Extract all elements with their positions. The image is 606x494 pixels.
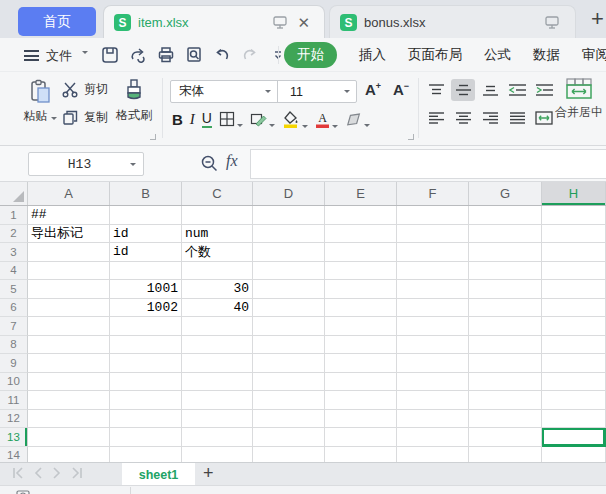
cell-H13[interactable]	[542, 428, 606, 447]
cell-B3[interactable]: id	[110, 243, 182, 262]
group-expander-icon[interactable]	[150, 134, 156, 140]
cell-A8[interactable]	[28, 336, 110, 355]
font-color-button[interactable]: A	[315, 111, 338, 128]
cell-F8[interactable]	[397, 336, 469, 355]
cell-A9[interactable]	[28, 354, 110, 373]
row-header-2[interactable]: 2	[0, 225, 28, 244]
undo-button[interactable]	[212, 45, 232, 65]
col-header-C[interactable]: C	[182, 182, 253, 205]
col-header-G[interactable]: G	[469, 182, 542, 205]
cell-G4[interactable]	[469, 262, 542, 281]
cell-G7[interactable]	[469, 317, 542, 336]
italic-button[interactable]: I	[190, 111, 195, 128]
cell-B5[interactable]: 1001	[110, 280, 182, 299]
row-header-10[interactable]: 10	[0, 373, 28, 392]
cell-C14[interactable]	[182, 447, 253, 463]
sheet-tab-sheet1[interactable]: sheet1	[122, 463, 195, 486]
col-header-A[interactable]: A	[28, 182, 110, 205]
cell-H10[interactable]	[542, 373, 606, 392]
cell-E2[interactable]	[325, 225, 397, 244]
cell-A1[interactable]: ##	[28, 206, 110, 225]
cell-A2[interactable]: 导出标记	[28, 225, 110, 244]
cell-D12[interactable]	[253, 410, 325, 429]
underline-button[interactable]: U	[202, 111, 212, 128]
decrease-font-button[interactable]: A−	[393, 81, 409, 98]
cell-H9[interactable]	[542, 354, 606, 373]
cell-A6[interactable]	[28, 299, 110, 318]
file-tab-item[interactable]: S item.xlsx ✕	[103, 5, 325, 39]
cell-D8[interactable]	[253, 336, 325, 355]
cell-C6[interactable]: 40	[182, 299, 253, 318]
cell-H11[interactable]	[542, 391, 606, 410]
row-header-7[interactable]: 7	[0, 317, 28, 336]
ribbon-tab-3[interactable]: 公式	[484, 46, 511, 64]
cell-C7[interactable]	[182, 317, 253, 336]
cell-B13[interactable]	[110, 428, 182, 447]
font-name-select[interactable]: 宋体	[171, 83, 261, 100]
cell-H8[interactable]	[542, 336, 606, 355]
cell-E8[interactable]	[325, 336, 397, 355]
merge-center-button[interactable]: 合并居中	[552, 78, 606, 121]
row-header-3[interactable]: 3	[0, 243, 28, 262]
paste-button[interactable]: 粘贴	[22, 79, 58, 125]
cell-D4[interactable]	[253, 262, 325, 281]
cell-D11[interactable]	[253, 391, 325, 410]
cut-button[interactable]: 剪切	[62, 81, 108, 98]
add-sheet-button[interactable]: +	[203, 463, 214, 484]
row-header-11[interactable]: 11	[0, 391, 28, 410]
cell-H5[interactable]	[542, 280, 606, 299]
prev-sheet-button[interactable]	[33, 466, 43, 480]
cell-G1[interactable]	[469, 206, 542, 225]
cell-A7[interactable]	[28, 317, 110, 336]
cell-D3[interactable]	[253, 243, 325, 262]
row-header-12[interactable]: 12	[0, 410, 28, 429]
font-name-caret-icon[interactable]	[265, 90, 271, 93]
font-size-caret-icon[interactable]	[344, 90, 350, 93]
cell-E12[interactable]	[325, 410, 397, 429]
row-header-4[interactable]: 4	[0, 262, 28, 281]
cell-G13[interactable]	[469, 428, 542, 447]
cell-E3[interactable]	[325, 243, 397, 262]
formula-input[interactable]	[250, 149, 606, 179]
col-header-D[interactable]: D	[253, 182, 325, 205]
cell-C10[interactable]	[182, 373, 253, 392]
cell-G5[interactable]	[469, 280, 542, 299]
cell-H14[interactable]	[542, 447, 606, 463]
group-expander-icon[interactable]	[408, 134, 414, 140]
cell-G6[interactable]	[469, 299, 542, 318]
close-tab-icon[interactable]: ✕	[293, 14, 314, 32]
file-menu[interactable]: 文件	[46, 47, 72, 65]
cell-G3[interactable]	[469, 243, 542, 262]
cell-F3[interactable]	[397, 243, 469, 262]
cell-G11[interactable]	[469, 391, 542, 410]
cell-E11[interactable]	[325, 391, 397, 410]
cell-A13[interactable]	[28, 428, 110, 447]
cell-C11[interactable]	[182, 391, 253, 410]
cell-C1[interactable]	[182, 206, 253, 225]
cell-E7[interactable]	[325, 317, 397, 336]
cell-C3[interactable]: 个数	[182, 243, 253, 262]
screenshot-icon[interactable]	[16, 489, 30, 494]
cell-G2[interactable]	[469, 225, 542, 244]
cell-F7[interactable]	[397, 317, 469, 336]
cell-C5[interactable]: 30	[182, 280, 253, 299]
save-button[interactable]	[100, 45, 120, 65]
align-top-button[interactable]	[424, 79, 448, 101]
cell-F6[interactable]	[397, 299, 469, 318]
next-sheet-button[interactable]	[52, 466, 62, 480]
new-tab-button[interactable]: +	[591, 6, 604, 32]
font-size-select[interactable]: 11	[278, 85, 340, 99]
cell-G10[interactable]	[469, 373, 542, 392]
cell-G9[interactable]	[469, 354, 542, 373]
justify-button[interactable]	[505, 107, 529, 129]
cell-B12[interactable]	[110, 410, 182, 429]
monitor-icon[interactable]	[545, 16, 559, 29]
col-header-H[interactable]: H	[542, 182, 606, 205]
first-sheet-button[interactable]	[12, 466, 24, 480]
cell-D10[interactable]	[253, 373, 325, 392]
cell-H12[interactable]	[542, 410, 606, 429]
cell-D5[interactable]	[253, 280, 325, 299]
row-header-1[interactable]: 1	[0, 206, 28, 225]
align-left-button[interactable]	[424, 107, 448, 129]
align-right-button[interactable]	[478, 107, 502, 129]
